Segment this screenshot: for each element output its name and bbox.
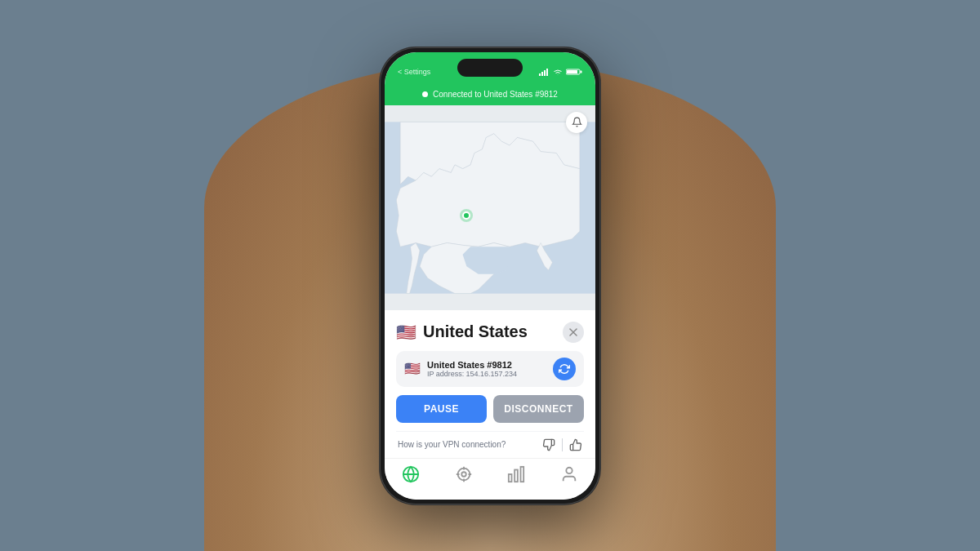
map-area[interactable] [385,105,595,310]
feedback-question: How is your VPN connection? [398,440,506,449]
svg-rect-0 [539,73,541,76]
svg-rect-14 [509,474,512,482]
svg-point-13 [457,468,470,480]
svg-rect-15 [514,469,518,482]
panel-header: 🇺🇸 United States [396,322,584,343]
profile-icon [560,465,578,483]
status-icons [539,68,582,76]
phone-device: < Settings 16:43 [380,47,600,504]
connection-dot [422,91,428,97]
feedback-row: How is your VPN connection? [396,431,584,458]
nav-profile[interactable] [560,465,578,483]
signal-icon [539,68,550,76]
server-row[interactable]: 🇺🇸 United States #9812 IP address: 154.1… [396,351,584,387]
svg-rect-3 [546,69,548,76]
bottom-panel: 🇺🇸 United States 🇺🇸 [385,310,595,458]
refresh-button[interactable] [553,358,576,380]
svg-rect-6 [567,70,577,73]
svg-rect-5 [580,70,581,73]
chart-icon [507,465,525,483]
svg-point-17 [566,467,572,473]
wifi-icon [553,68,563,76]
crosshair-icon [455,465,473,483]
svg-rect-2 [544,70,546,76]
dynamic-island [457,59,523,77]
thumbs-up-icon[interactable] [569,438,582,451]
server-ip-label: IP address: [427,370,464,378]
country-flag: 🇺🇸 [396,324,416,340]
divider [562,438,563,451]
server-info: 🇺🇸 United States #9812 IP address: 154.1… [404,360,517,378]
disconnect-button[interactable]: DISCONNECT [493,395,584,423]
close-icon [569,328,577,336]
svg-point-12 [461,472,466,477]
notification-bell[interactable] [566,112,587,133]
map-svg [385,105,595,310]
thumbs-down-icon[interactable] [542,438,555,451]
close-button[interactable] [563,322,584,343]
pause-button[interactable]: PAUSE [396,395,487,423]
connection-banner: Connected to United States #9812 [385,87,595,105]
nav-globe[interactable] [402,465,420,483]
server-ip-address: 154.16.157.234 [466,370,517,378]
battery-icon [566,68,582,76]
svg-rect-16 [521,466,524,481]
nav-servers[interactable] [455,465,473,483]
back-button[interactable]: < Settings [398,68,430,76]
bottom-nav [385,458,595,500]
banner-text: Connected to United States #9812 [433,90,558,99]
server-name: United States #9812 [427,360,517,370]
action-buttons: PAUSE DISCONNECT [396,395,584,423]
svg-rect-1 [541,72,543,76]
feedback-icons [542,438,582,451]
panel-title: United States [423,322,528,341]
refresh-icon [559,363,570,375]
globe-icon [402,465,420,483]
server-flag: 🇺🇸 [404,361,421,376]
nav-stats[interactable] [507,465,525,483]
bell-icon [572,117,582,127]
